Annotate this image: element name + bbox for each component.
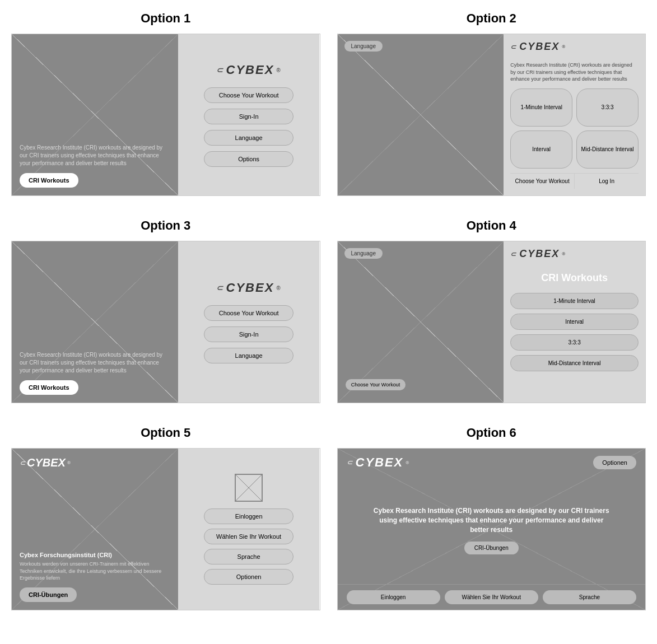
option-6-sprache-btn[interactable]: Sprache [543, 590, 636, 604]
option-4-workout-2[interactable]: 3:3:3 [510, 334, 639, 351]
option-1-frame: Cybex Research Institute (CRI) workouts … [11, 34, 320, 196]
option-2-right: ⊂ CYBEX ® Cybex Research Institute (CRI)… [504, 34, 645, 195]
option-6-footer: Einloggen Wählen Sie Ihr Workout Sprache [338, 584, 646, 610]
option-2-workout-grid: 1-Minute Interval 3:3:3 Interval Mid-Dis… [510, 88, 639, 169]
option-2-workout-2[interactable]: Interval [510, 130, 572, 169]
option-6-content: Cybex Research Institute (CRI) workouts … [338, 477, 646, 584]
option-6-title-text: Cybex Research Institute (CRI) workouts … [371, 506, 612, 534]
option-5-right: Einloggen Wählen Sie Ihr Workout Sprache… [178, 449, 320, 610]
option-2-left: Language [338, 34, 504, 195]
option-6-block: Option 6 ⊂ CYBEX ® Optionen Cybex Resear… [337, 426, 646, 610]
cybex-logo-4: ⊂ CYBEX ® [510, 248, 639, 260]
option-2-login-btn[interactable]: Log In [575, 174, 639, 189]
cybex-s-icon-3: ⊂ [216, 283, 224, 292]
option-5-title: Option 5 [141, 426, 190, 440]
option-4-workout-1[interactable]: Interval [510, 314, 639, 330]
option-1-left: Cybex Research Institute (CRI) workouts … [12, 34, 178, 195]
cybex-logo-2: ⊂ CYBEX ® [510, 41, 566, 53]
option-5-cri-btn[interactable]: CRI-Übungen [20, 587, 77, 602]
option-3-left: Cybex Research Institute (CRI) workouts … [12, 241, 178, 403]
option-2-desc: Cybex Research Institute (CRI) workouts … [510, 62, 639, 83]
cybex-logo-6: ⊂ CYBEX ® [347, 455, 411, 470]
option-3-frame: Cybex Research Institute (CRI) workouts … [11, 241, 320, 403]
option-6-waehlen-btn[interactable]: Wählen Sie Ihr Workout [445, 590, 538, 604]
option-6-einloggen-btn[interactable]: Einloggen [347, 590, 440, 604]
option-5-frame: ⊂ CYBEX ® Cybex Forschungsinstitut (CRI)… [11, 448, 320, 610]
option-4-title: Option 4 [467, 218, 516, 233]
option-6-header: ⊂ CYBEX ® Optionen [338, 449, 646, 477]
option-5-block: Option 5 ⊂ CYBEX ® Cybex Forschungsinsti… [11, 426, 320, 610]
option-6-frame: ⊂ CYBEX ® Optionen Cybex Research Instit… [337, 448, 646, 610]
option-3-right: ⊂ CYBEX ® Choose Your Workout Sign-In La… [178, 241, 320, 403]
cybex-s-icon-6: ⊂ [347, 459, 353, 466]
option-3-signin-btn[interactable]: Sign-In [204, 326, 293, 342]
option-1-right: ⊂ CYBEX ® Choose Your Workout Sign-In La… [178, 34, 320, 195]
option-3-block: Option 3 Cybex Research Institute (CRI) … [11, 218, 320, 403]
option-3-language-btn[interactable]: Language [204, 348, 293, 363]
option-6-title: Option 6 [467, 426, 516, 440]
page-container: Option 1 Cybex Research Institute (CRI) … [11, 11, 646, 610]
option-4-workout-0[interactable]: 1-Minute Interval [510, 293, 639, 309]
option-1-cri-btn[interactable]: CRI Workouts [20, 173, 78, 188]
option-5-desc: Workouts werden von unseren CRI-Trainern… [20, 561, 170, 582]
option-3-choose-btn[interactable]: Choose Your Workout [204, 305, 293, 321]
option-5-left-title: Cybex Forschungsinstitut (CRI) [20, 552, 170, 558]
option-2-block: Option 2 Language ⊂ CYBEX ® Cybex Resear… [337, 11, 646, 196]
option-4-block: Option 4 Language Choose Your Workout ⊂ … [337, 218, 646, 403]
option-3-title: Option 3 [141, 218, 190, 233]
option-5-image-placeholder [235, 474, 263, 502]
cybex-logo-3: ⊂ CYBEX ® [216, 281, 282, 295]
option-2-workout-0[interactable]: 1-Minute Interval [510, 88, 572, 127]
option-3-desc: Cybex Research Institute (CRI) workouts … [20, 351, 170, 375]
option-5-sprache-btn[interactable]: Sprache [204, 549, 293, 564]
option-4-choose-workout-btn[interactable]: Choose Your Workout [346, 379, 406, 390]
option-2-footer: Choose Your Workout Log In [510, 173, 639, 189]
option-5-optionen-btn[interactable]: Optionen [204, 569, 293, 585]
cybex-logo-1: ⊂ CYBEX ® [216, 63, 282, 77]
option-5-waehlen-btn[interactable]: Wählen Sie Ihr Workout [204, 529, 293, 544]
option-1-options-btn[interactable]: Options [204, 151, 293, 167]
option-1-desc: Cybex Research Institute (CRI) workouts … [20, 144, 170, 167]
option-4-left: Language Choose Your Workout [338, 241, 504, 403]
option-1-block: Option 1 Cybex Research Institute (CRI) … [11, 11, 320, 196]
option-4-cri-title: CRI Workouts [510, 272, 639, 284]
option-4-workout-3[interactable]: Mid-Distance Interval [510, 355, 639, 371]
cybex-s-icon-2: ⊂ [510, 43, 517, 51]
option-1-choose-btn[interactable]: Choose Your Workout [204, 87, 293, 103]
option-5-einloggen-btn[interactable]: Einloggen [204, 508, 293, 524]
cybex-s-icon: ⊂ [216, 66, 224, 74]
option-3-cri-btn[interactable]: CRI Workouts [20, 380, 78, 395]
option-2-title: Option 2 [467, 11, 516, 26]
option-4-lang-badge[interactable]: Language [344, 248, 383, 259]
option-5-left: ⊂ CYBEX ® Cybex Forschungsinstitut (CRI)… [12, 449, 178, 610]
option-6-optionen-btn[interactable]: Optionen [593, 456, 636, 469]
option-2-frame: Language ⊂ CYBEX ® Cybex Research Instit… [337, 34, 646, 196]
option-4-right: ⊂ CYBEX ® CRI Workouts 1-Minute Interval… [504, 241, 645, 403]
cybex-logo-5-left: ⊂ CYBEX ® [20, 456, 71, 469]
option-2-lang-badge[interactable]: Language [344, 41, 383, 52]
cybex-s-icon-4: ⊂ [510, 250, 517, 258]
option-6-cri-btn[interactable]: CRI-Übungen [464, 542, 519, 554]
option-2-choose-workout-btn[interactable]: Choose Your Workout [510, 174, 575, 189]
option-1-title: Option 1 [141, 11, 190, 26]
option-2-workout-1[interactable]: 3:3:3 [576, 88, 639, 127]
option-1-language-btn[interactable]: Language [204, 130, 293, 146]
option-4-frame: Language Choose Your Workout ⊂ CYBEX ® C… [337, 241, 646, 403]
option-2-workout-3[interactable]: Mid-Distance Interval [576, 130, 639, 169]
option-1-signin-btn[interactable]: Sign-In [204, 109, 293, 124]
cybex-s-icon-5: ⊂ [20, 459, 25, 467]
